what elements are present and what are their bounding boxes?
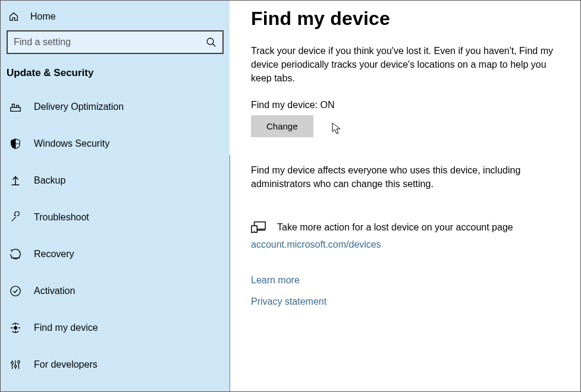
delivery-optimization-icon bbox=[9, 100, 22, 113]
sidebar-home[interactable]: Home bbox=[1, 7, 230, 30]
sidebar-item-label: Activation bbox=[34, 286, 75, 296]
sidebar-item-recovery[interactable]: Recovery bbox=[1, 239, 230, 269]
svg-point-0 bbox=[207, 38, 213, 45]
sidebar-item-label: For developers bbox=[34, 359, 98, 370]
search-box[interactable] bbox=[7, 30, 224, 54]
account-link[interactable]: account.microsoft.com/devices bbox=[251, 239, 566, 250]
svg-line-1 bbox=[213, 44, 216, 47]
svg-point-8 bbox=[11, 286, 20, 296]
account-action-text: Take more action for a lost device on yo… bbox=[277, 222, 513, 233]
home-icon bbox=[8, 11, 20, 22]
sidebar-item-windows-security[interactable]: Windows Security bbox=[1, 129, 230, 159]
sidebar-item-for-developers[interactable]: For developers bbox=[1, 350, 230, 380]
sidebar-item-label: Backup bbox=[34, 175, 65, 186]
svg-point-9 bbox=[14, 327, 17, 330]
svg-point-15 bbox=[18, 361, 20, 363]
svg-rect-2 bbox=[11, 108, 20, 111]
sidebar-item-label: Delivery Optimization bbox=[34, 102, 124, 112]
intro-text: Track your device if you think you've lo… bbox=[251, 44, 566, 86]
status-label: Find my device: ON bbox=[251, 100, 566, 110]
sidebar-item-label: Recovery bbox=[34, 249, 74, 260]
wrench-icon bbox=[9, 211, 22, 224]
backup-icon bbox=[9, 174, 22, 187]
sidebar-item-activation[interactable]: Activation bbox=[1, 276, 230, 306]
main-content: Find my device Track your device if you … bbox=[230, 1, 580, 391]
sidebar-item-backup[interactable]: Backup bbox=[1, 166, 230, 195]
check-circle-icon bbox=[9, 284, 22, 298]
search-icon bbox=[206, 37, 216, 48]
sidebar: Home Update & Security Delivery Optimiza… bbox=[1, 1, 230, 391]
sidebar-item-delivery-optimization[interactable]: Delivery Optimization bbox=[1, 92, 230, 122]
page-title: Find my device bbox=[251, 8, 566, 30]
locate-icon bbox=[9, 321, 22, 334]
devices-icon bbox=[251, 220, 266, 235]
shield-icon bbox=[9, 137, 22, 150]
section-title: Update & Security bbox=[1, 65, 230, 92]
sidebar-item-label: Windows Security bbox=[34, 138, 109, 149]
divider bbox=[230, 155, 230, 392]
home-label: Home bbox=[30, 11, 56, 22]
svg-point-11 bbox=[11, 362, 14, 364]
sidebar-item-label: Troubleshoot bbox=[34, 212, 89, 223]
note-text: Find my device affects everyone who uses… bbox=[251, 163, 566, 191]
privacy-link[interactable]: Privacy statement bbox=[251, 296, 566, 307]
account-action-row: Take more action for a lost device on yo… bbox=[251, 220, 566, 235]
sidebar-item-label: Find my device bbox=[34, 323, 98, 333]
search-input[interactable] bbox=[14, 37, 206, 48]
svg-point-13 bbox=[14, 365, 17, 368]
learn-more-link[interactable]: Learn more bbox=[251, 275, 566, 286]
recovery-icon bbox=[9, 248, 22, 261]
sidebar-item-find-my-device[interactable]: Find my device bbox=[1, 313, 230, 343]
change-button[interactable]: Change bbox=[251, 115, 313, 137]
sliders-icon bbox=[9, 358, 22, 371]
sidebar-item-troubleshoot[interactable]: Troubleshoot bbox=[1, 203, 230, 232]
